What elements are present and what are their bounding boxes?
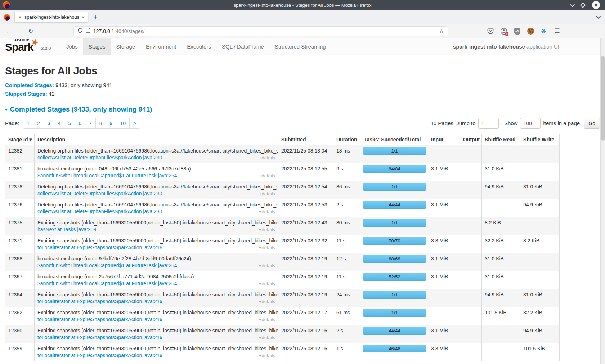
details-toggle[interactable]: +details [259, 335, 275, 340]
col-tasks[interactable]: Tasks: Succeeded/Total [361, 134, 428, 145]
page-scrollbar[interactable] [600, 38, 605, 364]
forward-button: → [14, 28, 25, 35]
details-toggle[interactable]: +details [259, 227, 275, 232]
jump-to-page-input[interactable] [478, 118, 499, 129]
new-tab-button[interactable]: + [93, 14, 98, 21]
shuffle-read-cell [482, 343, 520, 361]
details-toggle[interactable]: +details [259, 281, 275, 286]
col-input[interactable]: Input [428, 134, 460, 145]
page-button-2[interactable]: 2 [33, 118, 44, 129]
nav-item-stages[interactable]: Stages [83, 38, 111, 55]
table-row: 12371 Expiring snapshots (older_than=166… [5, 235, 560, 253]
go-button[interactable]: Go [584, 118, 600, 129]
page-button-3[interactable]: 3 [44, 118, 54, 129]
cookie-extension-icon[interactable] [526, 27, 534, 35]
nav-item-storage[interactable]: Storage [111, 38, 140, 55]
minimize-icon[interactable] [570, 2, 575, 7]
stage-link[interactable]: collectAsList at DeleteOrphanFilesSparkA… [37, 209, 162, 214]
scrollbar-thumb[interactable] [601, 56, 605, 141]
tab-close-icon[interactable]: × [81, 14, 85, 20]
details-toggle[interactable]: +details [259, 155, 275, 160]
output-cell [460, 307, 482, 325]
output-cell [460, 343, 482, 361]
stage-id: 12378 [5, 181, 35, 199]
duration-cell: 24 ms [333, 289, 361, 307]
maximize-icon[interactable] [580, 2, 586, 8]
spark-logo[interactable]: APACHE Spark ★ 3.3.0 [5, 38, 54, 55]
items-per-page-input[interactable] [520, 118, 541, 129]
bookmark-star-icon[interactable]: ☆ [439, 28, 444, 35]
col-submitted[interactable]: Submitted [278, 134, 333, 145]
details-toggle[interactable]: +details [259, 353, 275, 358]
reload-button[interactable]: ↻ [25, 27, 36, 35]
stage-id: 12376 [5, 199, 35, 217]
col-description[interactable]: Description [35, 134, 278, 145]
page-button-7[interactable]: 7 [85, 118, 96, 129]
stage-link[interactable]: collectAsList at DeleteOrphanFilesSparkA… [37, 191, 162, 196]
sparkle-extension-icon[interactable] [540, 27, 548, 35]
input-cell: 3.1 MiB [428, 271, 460, 289]
nav-item-structured-streaming[interactable]: Structured Streaming [269, 38, 331, 55]
tasks-progress-bar: 68/68 [363, 255, 426, 263]
page-next-button[interactable]: > [129, 118, 140, 129]
page-button-1[interactable]: 1 [23, 118, 33, 129]
ublock-icon[interactable]: uO [513, 27, 521, 35]
page-button-5[interactable]: 5 [64, 118, 75, 129]
details-toggle[interactable]: +details [259, 173, 275, 178]
stage-link[interactable]: toLocalIterator at ExpireSnapshotsSparkA… [37, 299, 162, 304]
nav-item-jobs[interactable]: Jobs [61, 38, 83, 55]
stage-link[interactable]: toLocalIterator at ExpireSnapshotsSparkA… [37, 335, 162, 340]
nav-item-executors[interactable]: Executors [182, 38, 216, 55]
menu-icon[interactable]: ☰ [553, 27, 561, 35]
details-toggle[interactable]: +details [259, 263, 275, 268]
col-shuffle-write[interactable]: Shuffle Write [520, 134, 560, 145]
stage-link[interactable]: $anonfun$withThreadLocalCaptured$1 at Fu… [37, 173, 177, 178]
col-duration[interactable]: Duration [333, 134, 361, 145]
page-content: Stages for All Jobs Completed Stages: 94… [0, 65, 605, 361]
shuffle-read-cell: 31.0 KiB [482, 253, 520, 271]
url-bar[interactable]: 127.0.0.1:4040/stages/ ☆ [73, 26, 448, 36]
shuffle-read-cell: 31.0 KiB [482, 271, 520, 289]
submitted-cell: 2022/11/25 08:12:32 [278, 235, 333, 253]
skipped-stages-link[interactable]: Skipped Stages: [5, 91, 47, 97]
completed-stages-link[interactable]: Completed Stages: [5, 82, 54, 88]
page-button-9[interactable]: 9 [106, 118, 117, 129]
back-button[interactable]: ← [4, 28, 14, 35]
close-window-icon[interactable]: × [592, 1, 600, 9]
details-toggle[interactable]: +details [259, 191, 275, 196]
details-toggle[interactable]: +details [259, 245, 275, 250]
stage-link[interactable]: toLocalIterator at ExpireSnapshotsSparkA… [37, 317, 162, 322]
table-row: 12359 Expiring snapshots (older_than=166… [5, 343, 560, 361]
page-button-10[interactable]: 10 [116, 118, 130, 129]
nav-item-environment[interactable]: Environment [140, 38, 182, 55]
page-button-4[interactable]: 4 [54, 118, 65, 129]
completed-stages-section-toggle[interactable]: ▾ Completed Stages (9433, only showing 9… [5, 105, 600, 113]
details-toggle[interactable]: +details [259, 209, 275, 214]
stage-link[interactable]: hasNext at Tasks.java:209 [37, 227, 96, 232]
nav-item-sql-dataframe[interactable]: SQL / DataFrame [216, 38, 269, 55]
show-text: . Show [501, 120, 518, 126]
stage-link[interactable]: toLocalIterator at ExpireSnapshotsSparkA… [37, 245, 162, 250]
stage-link[interactable]: toLocalIterator at ExpireSnapshotsSparkA… [37, 352, 162, 358]
browser-tab[interactable]: ★ spark-ingest-into-lakehous × [14, 12, 88, 23]
pocket-icon[interactable] [487, 27, 494, 35]
details-toggle[interactable]: +details [259, 299, 275, 304]
page-button-8[interactable]: 8 [95, 118, 106, 129]
col-stage-id[interactable]: Stage Id ▾ [5, 134, 35, 145]
shuffle-read-cell [482, 199, 520, 217]
details-toggle[interactable]: +details [259, 317, 275, 322]
shield-icon[interactable] [77, 28, 83, 35]
account-icon[interactable]: × [500, 27, 508, 35]
completed-stages-value: 9433, only showing 941 [54, 82, 112, 88]
tasks-progress-label: 68/68 [389, 256, 400, 261]
stage-link[interactable]: collectAsList at DeleteOrphanFilesSparkA… [37, 155, 162, 160]
tabs-dropdown-button[interactable] [596, 15, 599, 19]
col-output[interactable]: Output [460, 134, 482, 145]
stage-description: Deleting orphan files (older_than=166910… [37, 148, 275, 154]
col-shuffle-read[interactable]: Shuffle Read [482, 134, 520, 145]
page-button-6[interactable]: 6 [75, 118, 85, 129]
stage-link[interactable]: $anonfun$withThreadLocalCaptured$1 at Fu… [37, 263, 177, 268]
page-info-icon[interactable] [86, 28, 90, 35]
duration-cell: 1 s [333, 343, 361, 361]
stage-link[interactable]: $anonfun$withThreadLocalCaptured$1 at Fu… [37, 281, 177, 286]
